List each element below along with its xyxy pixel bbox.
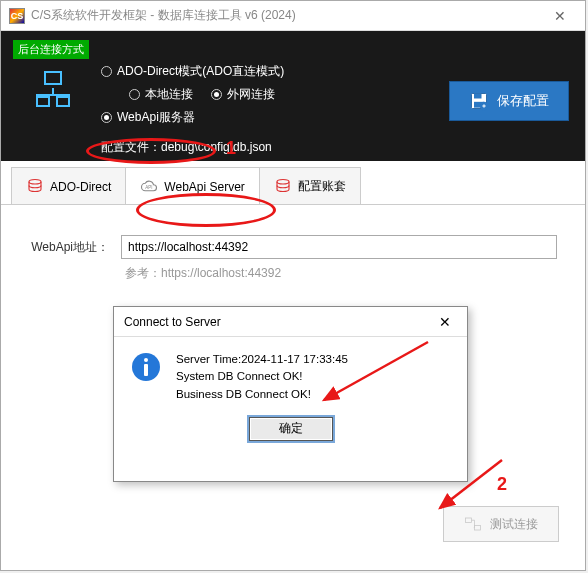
tab-config-accounts[interactable]: 配置账套 [259,167,361,205]
radio-webapi-server[interactable]: WebApi服务器 [101,109,195,126]
config-file-path: debug\config\db.json [161,140,272,154]
svg-rect-7 [466,518,472,523]
svg-point-4 [29,179,41,184]
network-topology-icon [36,71,70,107]
webapi-address-label: WebApi地址： [29,239,109,256]
dialog-ok-button[interactable]: 确定 [249,417,333,441]
panel-tag: 后台连接方式 [13,40,89,59]
radio-local[interactable]: 本地连接 [129,86,193,103]
webapi-address-hint: 参考：https://localhost:44392 [125,265,557,282]
tab-ado-direct[interactable]: ADO-Direct [11,167,126,205]
svg-point-6 [277,179,289,184]
cloud-api-icon: API [140,178,158,196]
svg-text:API: API [146,185,153,190]
titlebar: CS C/S系统软件开发框架 - 数据库连接工具 v6 (2024) ✕ [1,1,585,31]
radio-ado-direct[interactable]: ADO-Direct模式(ADO直连模式) [101,63,284,80]
tab-webapi-server[interactable]: API WebApi Server [125,167,259,205]
dialog-titlebar: Connect to Server ✕ [114,307,467,337]
database-icon [274,178,292,196]
save-config-button[interactable]: 保存配置 [449,81,569,121]
save-icon [469,91,489,111]
window-title: C/S系统软件开发框架 - 数据库连接工具 v6 (2024) [31,7,543,24]
connection-mode-panel: 后台连接方式 ADO-Direct模式(ADO直连模式) 本地连接 外网连接 [1,31,585,161]
svg-point-10 [144,358,148,362]
app-icon: CS [9,8,25,24]
info-icon [130,351,162,383]
svg-rect-1 [474,94,482,99]
svg-rect-11 [144,364,148,376]
tab-bar: ADO-Direct API WebApi Server 配置账套 [1,165,585,205]
dialog-close-button[interactable]: ✕ [433,312,457,332]
dialog-title: Connect to Server [124,315,221,329]
webapi-address-input[interactable] [121,235,557,259]
svg-rect-8 [475,526,481,531]
connect-result-dialog: Connect to Server ✕ Server Time:2024-11-… [113,306,468,482]
radio-external[interactable]: 外网连接 [211,86,275,103]
window-close-button[interactable]: ✕ [543,5,577,27]
webapi-address-row: WebApi地址： [29,235,557,259]
config-file-line: 配置文件：debug\config\db.json [101,139,272,156]
connection-mode-radios: ADO-Direct模式(ADO直连模式) 本地连接 外网连接 WebApi服务… [101,63,284,132]
link-icon [464,515,482,533]
database-icon [26,178,44,196]
app-window: CS C/S系统软件开发框架 - 数据库连接工具 v6 (2024) ✕ 后台连… [0,0,586,571]
test-connection-button[interactable]: 测试连接 [443,506,559,542]
dialog-message: Server Time:2024-11-17 17:33:45 System D… [176,351,348,403]
